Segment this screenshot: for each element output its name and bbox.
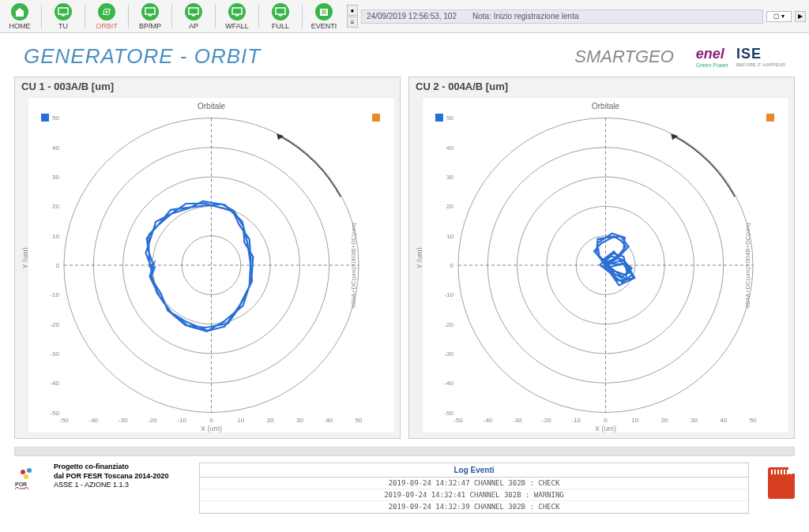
toolbar-home-button[interactable]: HOME [0,1,40,32]
svg-rect-13 [235,15,239,17]
toolbar-mini-menu-icon[interactable]: ≡ [347,17,358,28]
svg-text:X (um): X (um) [595,425,616,433]
monitor-icon [272,3,289,21]
svg-rect-9 [149,15,152,17]
chart-right-label: 004A+DC(um)X004B+DC(um) [743,223,751,308]
svg-text:50: 50 [446,114,453,122]
toolbar-orbit-button[interactable]: ORBIT [87,1,126,32]
toolbar-label: FULL [272,22,289,30]
svg-text:0: 0 [450,262,453,269]
svg-text:10: 10 [446,233,453,240]
chart-panel-1: CU 1 - 003A/B [um] Y (um) Orbitale-50-50… [14,77,401,439]
svg-text:20: 20 [446,203,453,210]
svg-rect-3 [62,15,65,17]
chart-panel-2: CU 2 - 004A/B [um] Y (um) Orbitale-50-50… [408,77,795,439]
svg-point-89 [27,468,32,473]
svg-rect-0 [16,12,24,17]
eventi-icon [315,3,333,21]
svg-rect-11 [192,15,195,17]
svg-point-7 [103,13,104,15]
toolbar-eventi-button[interactable]: EVENTI [304,1,344,32]
play-icon[interactable]: ▶ [795,11,806,22]
toolbar-mini-record-icon[interactable]: ● [347,5,358,16]
logo-ise: ISE BEFORE IT HAPPENS [736,46,785,67]
svg-text:10: 10 [237,417,244,424]
svg-point-5 [106,10,108,13]
svg-text:40: 40 [446,144,453,152]
toolbar-side-controls: ● ≡ [344,3,361,29]
svg-text:-30: -30 [444,350,453,358]
toolbar-bp-mp-button[interactable]: BP/MP [130,1,170,32]
toolbar-label: HOME [9,22,31,30]
sd-card-icon[interactable] [768,467,795,499]
footer-left: PORCreO Progetto co-finanziato dal POR F… [14,463,188,490]
svg-text:30: 30 [446,174,453,181]
monitor-icon [55,3,72,21]
svg-rect-52 [372,114,380,122]
logo-enel-sub: Green Power [696,62,728,68]
toolbar-ap-button[interactable]: AP [174,1,213,32]
log-row: 2019-09-24 14:32:47 CHANNEL 302B : CHECK [200,478,748,489]
svg-rect-10 [189,8,198,14]
toolbar-label: AP [189,22,198,30]
svg-text:0: 0 [209,417,213,424]
log-eventi-panel: Log Eventi 2019-09-24 14:32:47 CHANNEL 3… [199,463,749,514]
svg-rect-8 [145,8,155,14]
orbit-icon [98,3,115,21]
toolbar-items: HOMETUORBITBP/MPAPWFALLFULLEVENTI [0,1,344,32]
orbit-plot-1: Orbitale-50-50-40-40-30-30-20-20-10-1000… [28,97,395,433]
svg-text:20: 20 [52,203,59,210]
toolbar-label: TU [58,22,68,30]
home-icon [11,3,28,21]
monitor-icon [228,3,246,21]
svg-text:Orbitale: Orbitale [592,102,619,111]
svg-text:-10: -10 [571,417,581,424]
logo-ise-name: ISE [736,46,762,62]
svg-text:-10: -10 [50,291,59,298]
svg-text:-20: -20 [148,417,157,424]
svg-text:-30: -30 [513,417,522,424]
svg-text:10: 10 [52,233,59,240]
svg-text:30: 30 [296,417,303,424]
svg-text:10: 10 [631,417,638,424]
monitor-icon [141,3,159,21]
svg-rect-12 [232,8,242,14]
chart-1-title: CU 1 - 003A/B [um] [15,77,400,96]
status-bar: 24/09/2019 12:56:53, 102 Nota: Inizio re… [361,9,763,24]
orbit-plot-2: Orbitale-50-50-40-40-30-30-20-20-10-1000… [422,97,789,433]
logo-ise-sub: BEFORE IT HAPPENS [736,62,785,67]
toolbar-tu-button[interactable]: TU [43,1,83,32]
title-bar: GENERATORE - ORBIT SMARTGEO enel Green P… [0,33,809,72]
svg-rect-86 [766,114,774,122]
svg-point-90 [24,474,28,479]
svg-marker-53 [277,133,284,140]
svg-text:50: 50 [52,114,59,122]
separator-bar [14,447,795,456]
svg-text:-50: -50 [444,410,453,417]
svg-text:40: 40 [325,417,333,424]
svg-text:-40: -40 [444,380,453,387]
status-dropdown[interactable]: ▢ ▾ [766,11,792,22]
svg-marker-87 [671,133,678,140]
svg-text:30: 30 [52,174,59,181]
log-rows: 2019-09-24 14:32:47 CHANNEL 302B : CHECK… [200,478,748,513]
logo-enel-name: enel [696,46,724,62]
chart-2-title: CU 2 - 004A/B [um] [409,77,794,96]
toolbar-wfall-button[interactable]: WFALL [217,1,257,32]
svg-text:0: 0 [604,417,608,424]
footer-line2: dal POR FESR Toscana 2014-2020 [54,472,168,480]
svg-text:CreO: CreO [15,486,29,489]
brand-smartgeo: SMARTGEO [574,47,674,67]
svg-text:-50: -50 [50,410,59,417]
svg-text:-30: -30 [50,350,59,358]
toolbar-label: EVENTI [311,22,337,30]
log-row: 2019-09-24 14:32:41 CHANNEL 302B : WARNI… [200,489,748,501]
status-timestamp: 24/09/2019 12:56:53, 102 [367,12,457,21]
svg-rect-14 [276,8,285,14]
charts-row: CU 1 - 003A/B [um] Y (um) Orbitale-50-50… [0,72,809,444]
toolbar-full-button[interactable]: FULL [261,1,300,32]
svg-text:50: 50 [356,417,363,424]
chart-right-label: 003A+DC(um)X003B+DC(um) [349,223,356,308]
toolbar-label: BP/MP [139,22,161,30]
svg-rect-85 [435,114,443,122]
